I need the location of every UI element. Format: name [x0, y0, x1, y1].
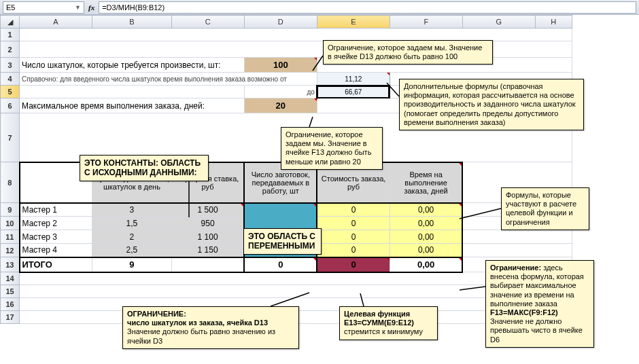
formula-input[interactable]: =D3/МИН(B9:B12)	[99, 1, 636, 14]
cell[interactable]: 0,00	[390, 203, 462, 217]
callout-constants-area: ЭТО КОНСТАНТЫ: ОБЛАСТЬ С ИСХОДНЫМИ ДАННЫ…	[80, 155, 209, 181]
col-header[interactable]: B	[92, 16, 172, 29]
callout-constraint-blanks: ОГРАНИЧЕНИЕ: число шкатулок из заказа, я…	[122, 306, 299, 349]
cell[interactable]: 0,00	[390, 244, 462, 257]
row-header[interactable]: 4	[1, 73, 20, 86]
cell[interactable]: 0	[317, 244, 390, 257]
cell[interactable]	[171, 257, 244, 272]
cell-d6[interactable]: 20	[244, 98, 317, 113]
cell[interactable]: 1 100	[171, 230, 244, 244]
col-header[interactable]: G	[462, 16, 535, 29]
cell[interactable]: Справочно: для введенного числа шкатулок…	[20, 73, 317, 86]
cell-d13[interactable]: 0	[244, 257, 317, 272]
row-header[interactable]: 7	[1, 113, 20, 162]
spreadsheet-grid[interactable]: ◢ A B C D E F G H 1 2 3 Число шкатулок, …	[0, 15, 639, 324]
cell[interactable]: 0	[317, 217, 390, 230]
cell-e5-selected[interactable]: 66,67	[317, 86, 390, 98]
col-header[interactable]: D	[244, 16, 317, 29]
col-header[interactable]: C	[171, 16, 244, 29]
callout-constraint-max: Ограничение: здесь внесена формула, кото…	[485, 260, 594, 348]
row-header[interactable]: 10	[1, 217, 20, 230]
cell[interactable]: 0	[317, 203, 390, 217]
row-header[interactable]: 15	[1, 285, 20, 298]
cell[interactable]: 2	[92, 230, 172, 244]
cell[interactable]: Мастер 1	[20, 203, 92, 217]
cell-d3[interactable]: 100	[244, 58, 317, 73]
cell[interactable]: до	[244, 86, 317, 98]
cell[interactable]: 0,00	[390, 217, 462, 230]
cell[interactable]: 0	[317, 230, 390, 244]
cell[interactable]: Максимальное время выполнения заказа, дн…	[20, 98, 245, 113]
callout-reference-formulas: Дополнительные формулы (справочная инфор…	[399, 79, 584, 130]
comment-marker-icon	[313, 58, 317, 62]
total-label[interactable]: ИТОГО	[20, 257, 92, 272]
row-header[interactable]: 9	[1, 203, 20, 217]
cell[interactable]: 2,5	[92, 244, 172, 257]
cell-f13[interactable]: 0,00	[390, 257, 462, 272]
cell-reference: E5	[6, 3, 15, 12]
header-time[interactable]: Время на выполнение заказа, дней	[390, 162, 462, 203]
callout-variables-area: ЭТО ОБЛАСТЬ С ПЕРЕМЕННЫМИ	[243, 228, 322, 255]
row-header[interactable]: 2	[1, 41, 20, 58]
row-header[interactable]: 17	[1, 311, 20, 324]
chevron-down-icon[interactable]: ▼	[75, 4, 81, 11]
row-header[interactable]: 12	[1, 244, 20, 257]
row-header[interactable]: 1	[1, 29, 20, 41]
cell[interactable]: Мастер 4	[20, 244, 92, 257]
name-box[interactable]: E5 ▼	[3, 1, 84, 14]
row-header[interactable]: 13	[1, 257, 20, 272]
callout-constraint-d13: Ограничение, которое задаем мы. Значение…	[323, 40, 493, 65]
row-header[interactable]: 11	[1, 230, 20, 244]
formula-bar: E5 ▼ fx =D3/МИН(B9:B12)	[0, 0, 639, 15]
cell-e4[interactable]: 11,12	[317, 73, 390, 86]
row-header[interactable]: 3	[1, 58, 20, 73]
col-header[interactable]: H	[535, 16, 572, 29]
callout-constraint-f13: Ограничение, которое задаем мы. Значение…	[281, 127, 383, 170]
comment-marker-icon	[386, 73, 390, 77]
cell[interactable]: 1 150	[171, 244, 244, 257]
select-all-corner[interactable]: ◢	[1, 16, 20, 29]
cell[interactable]: 1,5	[92, 217, 172, 230]
comment-marker-icon	[313, 98, 317, 103]
row-header[interactable]: 5	[1, 86, 20, 98]
cell[interactable]: 9	[92, 257, 172, 272]
cell[interactable]: Мастер 3	[20, 230, 92, 244]
col-header[interactable]: F	[390, 16, 462, 29]
callout-objective: Целевая функция Е13=СУММ(Е9:Е12) стремит…	[339, 306, 438, 340]
row-header[interactable]: 14	[1, 272, 20, 285]
col-header[interactable]: A	[20, 16, 92, 29]
cell[interactable]: 3	[92, 203, 172, 217]
cell[interactable]: Число шкатулок, которые требуется произв…	[20, 58, 245, 73]
cell[interactable]: 0,00	[390, 230, 462, 244]
comment-marker-icon	[386, 257, 390, 261]
col-header[interactable]: E	[317, 16, 390, 29]
cell[interactable]: 1 500	[171, 203, 244, 217]
row-header[interactable]: 8	[1, 162, 20, 203]
cell[interactable]: Мастер 2	[20, 217, 92, 230]
fx-icon[interactable]: fx	[88, 3, 94, 12]
callout-formulas: Формулы, которые участвуют в расчете цел…	[501, 187, 589, 230]
row-header[interactable]: 6	[1, 98, 20, 113]
cell-e13[interactable]: 0	[317, 257, 390, 272]
row-header[interactable]: 16	[1, 298, 20, 311]
cell[interactable]: 950	[171, 217, 244, 230]
